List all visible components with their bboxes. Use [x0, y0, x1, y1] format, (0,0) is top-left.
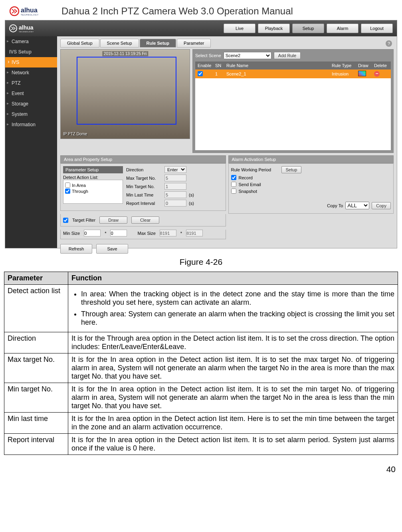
through-cb[interactable] [65, 189, 70, 194]
tabs: Global Setup Scene Setup Rule Setup Para… [57, 36, 397, 48]
param-setup-title: Parameter Setup [63, 166, 123, 173]
tab-rule[interactable]: Rule Setup [140, 39, 176, 48]
detect-list-title: Detect Action List: [63, 175, 123, 180]
sidebar-item-camera[interactable]: Camera [5, 36, 57, 47]
in-area-cb[interactable] [65, 183, 70, 188]
select-scene[interactable]: Scene2 [224, 52, 271, 59]
tab-scene[interactable]: Scene Setup [100, 39, 139, 48]
minw[interactable] [84, 230, 101, 236]
sidebar-item-ivs-setup[interactable]: IVS Setup [5, 47, 57, 57]
video-timestamp2: 2015-12-11 13:19:25 Fri [102, 51, 148, 56]
th-parameter: Parameter [4, 272, 68, 285]
alarm-label: Alarm Activation Setup [228, 155, 394, 163]
svg-text:TECHNOLOGY: TECHNOLOGY [19, 31, 34, 33]
nav-live[interactable]: Live [224, 24, 255, 33]
ui-screenshot: alhuaTECHNOLOGY Live Playback Setup Alar… [5, 20, 397, 248]
sidebar-item-ivs[interactable]: IVS [5, 57, 57, 67]
video-preview[interactable]: 2015-12-11 13:19:25 Fri 2015-12-11 13:19… [60, 49, 190, 139]
copy-button[interactable]: Copy [372, 202, 391, 209]
video-label: IP PTZ Dome [63, 132, 87, 136]
table-row: Min last timeIt is for the In area optio… [4, 413, 398, 434]
rule-panel: Select Scene Scene2 Add Rule Enable SN R… [192, 49, 394, 153]
copyto-select[interactable]: ALL [345, 202, 369, 209]
snapshot-cb[interactable] [231, 189, 236, 194]
page-header: alhuaTECHNOLOGY Dahua 2 Inch PTZ Camera … [0, 0, 402, 20]
sidebar: Camera IVS Setup IVS Network PTZ Event S… [5, 36, 57, 248]
sidebar-item-ptz[interactable]: PTZ [5, 78, 57, 88]
alarm-panel: Rule Working PeriodSetup Record Send Ema… [228, 163, 394, 214]
detect-zone-overlay2 [77, 57, 176, 125]
rule-row[interactable]: 1 Scene2_1 Intrusion − [195, 69, 391, 78]
th-function: Function [68, 272, 398, 285]
nav-alarm[interactable]: Alarm [327, 24, 358, 33]
svg-text:alhua: alhua [21, 7, 38, 14]
rule-enable-cb[interactable] [198, 71, 203, 76]
sidebar-item-system[interactable]: System [5, 109, 57, 119]
area-label: Area and Property Setup [60, 155, 226, 163]
min-target-input[interactable] [164, 183, 186, 190]
tab-global[interactable]: Global Setup [60, 39, 99, 48]
nav-setup[interactable]: Setup [292, 24, 324, 33]
table-row: Min target No.It is for the In area opti… [4, 383, 398, 413]
tab-parameter[interactable]: Parameter [177, 39, 211, 48]
rule-table-head: Enable SN Rule Name Rule Type Draw Delet… [195, 62, 391, 69]
parameter-table: Parameter Function Detect action list In… [4, 272, 398, 455]
table-row: Max target No.It is for the In area opti… [4, 353, 398, 383]
content: Global Setup Scene Setup Rule Setup Para… [57, 36, 397, 248]
param-panel: Parameter Setup Detect Action List: In A… [60, 163, 226, 211]
figure-caption: Figure 4-26 [0, 257, 402, 267]
min-last-input[interactable] [164, 191, 186, 198]
refresh-button[interactable]: Refresh [60, 244, 92, 254]
sidebar-item-storage[interactable]: Storage [5, 99, 57, 109]
save-button[interactable]: Save [96, 244, 128, 254]
target-filter-cb[interactable] [63, 218, 68, 223]
direction-select[interactable]: Enter [164, 166, 186, 173]
sidebar-item-event[interactable]: Event [5, 88, 57, 99]
help-icon[interactable]: ? [386, 40, 392, 47]
table-row: Report intervalIt is for the In area opt… [4, 434, 398, 455]
draw-icon[interactable] [358, 71, 366, 76]
table-row: Detect action list In area: When the tra… [4, 285, 398, 332]
nav-logout[interactable]: Logout [361, 24, 393, 33]
select-scene-label: Select Scene [195, 53, 221, 58]
sidebar-item-network[interactable]: Network [5, 67, 57, 78]
report-input[interactable] [164, 200, 186, 206]
rwp-setup-button[interactable]: Setup [281, 166, 302, 173]
detect-action-list: In Area Through [63, 180, 123, 204]
dahua-logo: alhuaTECHNOLOGY [10, 6, 50, 17]
draw-button[interactable]: Draw [99, 216, 127, 224]
nav-playback[interactable]: Playback [258, 24, 290, 33]
table-row: DirectionIt is for the Through area opti… [4, 332, 398, 353]
max-target-input[interactable] [164, 175, 186, 181]
topbar-logo: alhuaTECHNOLOGY [9, 24, 53, 33]
email-cb[interactable] [231, 182, 236, 187]
maxh[interactable] [186, 230, 203, 236]
page-number: 40 [0, 455, 402, 478]
sidebar-item-information[interactable]: Information [5, 119, 57, 130]
record-cb[interactable] [231, 175, 236, 180]
minh[interactable] [110, 230, 127, 236]
delete-icon[interactable]: − [374, 71, 380, 77]
rule-table-body [195, 78, 391, 150]
svg-text:alhua: alhua [19, 24, 34, 31]
maxw[interactable] [160, 230, 176, 236]
topbar: alhuaTECHNOLOGY Live Playback Setup Alar… [5, 20, 397, 36]
clear-button[interactable]: Clear [131, 216, 159, 224]
svg-text:TECHNOLOGY: TECHNOLOGY [21, 14, 39, 16]
add-rule-button[interactable]: Add Rule [274, 52, 301, 59]
manual-title: Dahua 2 Inch PTZ Camera Web 3.0 Operatio… [61, 6, 293, 17]
